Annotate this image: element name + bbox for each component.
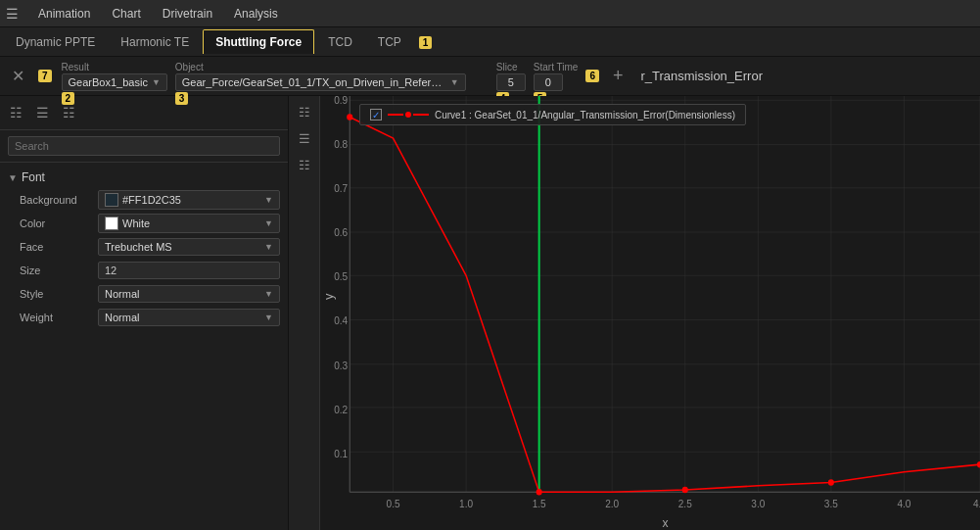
legend-box: ✓ Curve1 : GearSet_01_1/Angular_Transmis…: [359, 104, 746, 125]
svg-text:0.6: 0.6: [334, 227, 348, 238]
annotation-badge-6: 6: [585, 70, 599, 82]
sidebar-align-icon[interactable]: ☰: [32, 102, 53, 123]
color-text: White: [122, 217, 264, 229]
chart-canvas: 0.1 0.2 0.3 0.4 0.5 0.6 0.7 0.8 0.9 y 0.…: [320, 96, 980, 530]
chart-grid-icon[interactable]: ☷: [296, 155, 313, 175]
weight-value[interactable]: Normal ▼: [98, 309, 280, 326]
size-prop-row: Size 12: [0, 259, 288, 282]
svg-text:3.5: 3.5: [824, 499, 838, 509]
tab-tcd[interactable]: TCD: [316, 30, 364, 54]
svg-text:x: x: [663, 515, 670, 529]
font-section-arrow-icon: ▼: [8, 172, 18, 183]
style-value[interactable]: Normal ▼: [98, 285, 280, 303]
search-box: [0, 130, 288, 163]
color-arrow-icon: ▼: [264, 218, 273, 228]
hamburger-icon[interactable]: ☰: [6, 6, 19, 22]
legend-text: Curve1 : GearSet_01_1/Angular_Transmissi…: [435, 110, 735, 120]
style-arrow-icon: ▼: [264, 289, 273, 299]
start-time-field[interactable]: Start Time 0 5: [534, 62, 579, 91]
result-label: Result: [62, 62, 89, 72]
background-arrow-icon: ▼: [264, 195, 273, 205]
tab-tcp[interactable]: TCP: [366, 30, 413, 54]
chart-svg: 0.1 0.2 0.3 0.4 0.5 0.6 0.7 0.8 0.9 y 0.…: [320, 96, 980, 530]
result-value[interactable]: GearBox1_basic ▼: [62, 73, 167, 91]
annotation-badge-2: 2: [62, 92, 75, 105]
svg-text:0.9: 0.9: [334, 96, 348, 106]
background-prop-row: Background #FF1D2C35 ▼: [0, 188, 288, 212]
start-time-value[interactable]: 0: [534, 73, 563, 91]
font-section-header[interactable]: ▼ Font: [0, 167, 288, 188]
tab-dynamic-ppte[interactable]: Dynamic PPTE: [4, 30, 107, 54]
result-dropdown[interactable]: Result GearBox1_basic ▼ 2: [62, 62, 167, 91]
svg-text:0.1: 0.1: [334, 449, 348, 459]
svg-text:4.0: 4.0: [897, 499, 910, 509]
svg-point-43: [682, 487, 688, 493]
svg-text:0.4: 0.4: [334, 315, 348, 326]
weight-label: Weight: [20, 312, 98, 323]
color-value[interactable]: White ▼: [98, 214, 280, 233]
color-prop-row: Color White ▼: [0, 212, 288, 235]
weight-arrow-icon: ▼: [264, 313, 273, 322]
svg-text:1.0: 1.0: [459, 499, 473, 509]
sidebar-grid-icon[interactable]: ☷: [59, 102, 79, 123]
svg-point-44: [828, 479, 834, 485]
face-arrow-icon: ▼: [264, 242, 273, 252]
main-content: ☷ ☰ ☷ ▼ Font Background #FF1D2C35 ▼: [0, 96, 980, 530]
style-text: Normal: [105, 288, 264, 300]
slice-value[interactable]: 5: [496, 73, 526, 91]
annotation-badge-3: 3: [175, 92, 189, 105]
legend-checkbox[interactable]: ✓: [370, 109, 382, 120]
menu-animation[interactable]: Animation: [28, 3, 100, 24]
menu-bar: ☰ Animation Chart Drivetrain Analysis: [0, 0, 980, 27]
size-value[interactable]: 12: [98, 262, 280, 279]
svg-rect-0: [320, 96, 980, 530]
sidebar-table-icon[interactable]: ☷: [6, 102, 26, 123]
size-label: Size: [20, 265, 98, 276]
tab-harmonic-te[interactable]: Harmonic TE: [109, 30, 201, 54]
chart-area: ☷ ☰ ☷: [289, 96, 980, 530]
tab-shuttling-force[interactable]: Shuttling Force: [203, 29, 314, 54]
object-dropdown[interactable]: Object Gear_Force/GearSet_01_1/TX_on_Dri…: [175, 62, 489, 91]
svg-text:0.2: 0.2: [334, 405, 348, 415]
close-button[interactable]: ✕: [6, 63, 30, 89]
object-value[interactable]: Gear_Force/GearSet_01_1/TX_on_Driven_in_…: [175, 73, 466, 91]
svg-point-42: [537, 489, 542, 495]
weight-text: Normal: [105, 312, 264, 323]
chart-table-icon[interactable]: ☷: [296, 102, 313, 122]
add-chart-button[interactable]: +: [607, 62, 630, 90]
svg-text:1.5: 1.5: [533, 499, 546, 509]
search-input[interactable]: [8, 136, 280, 156]
object-arrow-icon: ▼: [450, 77, 459, 87]
slice-label: Slice: [496, 62, 518, 72]
svg-text:3.0: 3.0: [751, 499, 765, 509]
chart-sidebar-icons: ☷ ☰ ☷: [289, 96, 320, 530]
menu-analysis[interactable]: Analysis: [224, 3, 288, 24]
object-label: Object: [175, 62, 204, 72]
menu-drivetrain[interactable]: Drivetrain: [153, 3, 222, 24]
start-time-label: Start Time: [534, 62, 579, 72]
svg-text:0.5: 0.5: [387, 499, 400, 509]
svg-text:0.8: 0.8: [334, 139, 348, 150]
weight-prop-row: Weight Normal ▼: [0, 306, 288, 329]
annotation-badge-7: 7: [38, 70, 52, 82]
color-label: Color: [20, 217, 98, 229]
result-arrow-icon: ▼: [152, 77, 161, 87]
face-value[interactable]: Trebuchet MS ▼: [98, 238, 280, 256]
background-text: #FF1D2C35: [122, 194, 264, 206]
svg-text:2.5: 2.5: [678, 499, 692, 509]
toolbar: ✕ 7 Result GearBox1_basic ▼ 2 Object Gea…: [0, 57, 980, 96]
slice-field[interactable]: Slice 5 4: [496, 62, 526, 91]
svg-text:0.7: 0.7: [334, 182, 348, 193]
svg-text:2.0: 2.0: [605, 499, 619, 509]
background-value[interactable]: #FF1D2C35 ▼: [98, 190, 280, 210]
background-label: Background: [20, 194, 98, 206]
color-swatch: [105, 217, 118, 230]
svg-text:0.3: 0.3: [334, 360, 348, 370]
face-text: Trebuchet MS: [105, 241, 264, 253]
sidebar: ☷ ☰ ☷ ▼ Font Background #FF1D2C35 ▼: [0, 96, 289, 530]
menu-chart[interactable]: Chart: [102, 3, 150, 24]
tab-bar: Dynamic PPTE Harmonic TE Shuttling Force…: [0, 27, 980, 57]
background-swatch: [105, 193, 118, 207]
chart-align-icon[interactable]: ☰: [296, 128, 313, 149]
sidebar-toolbar: ☷ ☰ ☷: [0, 96, 288, 130]
